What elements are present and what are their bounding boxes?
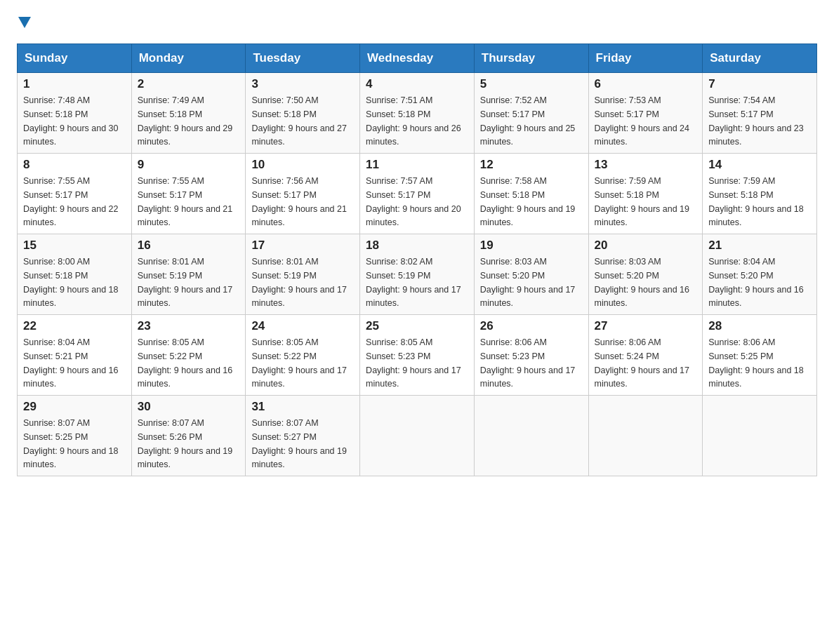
day-number: 19 xyxy=(480,239,583,253)
day-info: Sunrise: 7:49 AMSunset: 5:18 PMDaylight:… xyxy=(138,95,233,147)
weekday-header-sunday: Sunday xyxy=(18,44,132,73)
day-number: 11 xyxy=(366,158,468,172)
day-info: Sunrise: 7:52 AMSunset: 5:17 PMDaylight:… xyxy=(480,95,576,147)
day-info: Sunrise: 7:50 AMSunset: 5:18 PMDaylight:… xyxy=(251,95,347,147)
day-info: Sunrise: 7:55 AMSunset: 5:17 PMDaylight:… xyxy=(23,176,119,227)
calendar-cell: 9 Sunrise: 7:55 AMSunset: 5:17 PMDayligh… xyxy=(131,154,246,234)
calendar-cell: 7 Sunrise: 7:54 AMSunset: 5:17 PMDayligh… xyxy=(703,73,817,154)
day-number: 10 xyxy=(251,158,354,172)
day-number: 26 xyxy=(480,319,583,333)
calendar-cell: 4 Sunrise: 7:51 AMSunset: 5:18 PMDayligh… xyxy=(360,73,475,154)
day-info: Sunrise: 8:05 AMSunset: 5:22 PMDaylight:… xyxy=(138,337,233,389)
calendar-cell: 19 Sunrise: 8:03 AMSunset: 5:20 PMDaylig… xyxy=(474,234,588,315)
calendar-cell: 3 Sunrise: 7:50 AMSunset: 5:18 PMDayligh… xyxy=(246,73,360,154)
day-number: 16 xyxy=(138,239,240,253)
calendar-cell: 11 Sunrise: 7:57 AMSunset: 5:17 PMDaylig… xyxy=(360,154,475,234)
day-info: Sunrise: 8:01 AMSunset: 5:19 PMDaylight:… xyxy=(138,257,233,308)
weekday-header-saturday: Saturday xyxy=(703,44,817,73)
day-info: Sunrise: 8:03 AMSunset: 5:20 PMDaylight:… xyxy=(480,257,576,308)
day-info: Sunrise: 8:06 AMSunset: 5:24 PMDaylight:… xyxy=(595,337,690,389)
calendar-table: SundayMondayTuesdayWednesdayThursdayFrid… xyxy=(17,43,817,476)
day-number: 5 xyxy=(480,77,583,91)
calendar-cell: 20 Sunrise: 8:03 AMSunset: 5:20 PMDaylig… xyxy=(588,234,703,315)
day-info: Sunrise: 8:07 AMSunset: 5:27 PMDaylight:… xyxy=(251,418,347,469)
calendar-cell: 12 Sunrise: 7:58 AMSunset: 5:18 PMDaylig… xyxy=(474,154,588,234)
day-info: Sunrise: 8:07 AMSunset: 5:26 PMDaylight:… xyxy=(138,418,233,469)
day-info: Sunrise: 8:06 AMSunset: 5:25 PMDaylight:… xyxy=(708,337,804,389)
day-number: 23 xyxy=(138,319,240,333)
day-number: 24 xyxy=(251,319,354,333)
day-info: Sunrise: 7:59 AMSunset: 5:18 PMDaylight:… xyxy=(595,176,690,227)
day-number: 7 xyxy=(708,77,811,91)
day-info: Sunrise: 7:57 AMSunset: 5:17 PMDaylight:… xyxy=(366,176,461,227)
day-info: Sunrise: 8:01 AMSunset: 5:19 PMDaylight:… xyxy=(251,257,347,308)
day-info: Sunrise: 8:03 AMSunset: 5:20 PMDaylight:… xyxy=(595,257,690,308)
day-info: Sunrise: 7:58 AMSunset: 5:18 PMDaylight:… xyxy=(480,176,576,227)
calendar-cell: 25 Sunrise: 8:05 AMSunset: 5:23 PMDaylig… xyxy=(360,315,475,396)
calendar-cell: 18 Sunrise: 8:02 AMSunset: 5:19 PMDaylig… xyxy=(360,234,475,315)
day-number: 2 xyxy=(138,77,240,91)
weekday-header-friday: Friday xyxy=(588,44,703,73)
calendar-cell: 15 Sunrise: 8:00 AMSunset: 5:18 PMDaylig… xyxy=(18,234,132,315)
day-number: 25 xyxy=(366,319,468,333)
logo-triangle-icon xyxy=(18,17,31,28)
calendar-cell: 10 Sunrise: 7:56 AMSunset: 5:17 PMDaylig… xyxy=(246,154,360,234)
calendar-cell: 2 Sunrise: 7:49 AMSunset: 5:18 PMDayligh… xyxy=(131,73,246,154)
day-number: 17 xyxy=(251,239,354,253)
week-row-4: 22 Sunrise: 8:04 AMSunset: 5:21 PMDaylig… xyxy=(18,315,817,396)
day-info: Sunrise: 8:05 AMSunset: 5:23 PMDaylight:… xyxy=(366,337,461,389)
calendar-cell: 8 Sunrise: 7:55 AMSunset: 5:17 PMDayligh… xyxy=(18,154,132,234)
day-info: Sunrise: 7:54 AMSunset: 5:17 PMDaylight:… xyxy=(708,95,804,147)
day-number: 28 xyxy=(708,319,811,333)
day-number: 31 xyxy=(251,400,354,414)
day-number: 18 xyxy=(366,239,468,253)
calendar-cell: 1 Sunrise: 7:48 AMSunset: 5:18 PMDayligh… xyxy=(18,73,132,154)
weekday-header-tuesday: Tuesday xyxy=(246,44,360,73)
weekday-header-thursday: Thursday xyxy=(474,44,588,73)
day-number: 27 xyxy=(595,319,697,333)
calendar-cell: 17 Sunrise: 8:01 AMSunset: 5:19 PMDaylig… xyxy=(246,234,360,315)
day-number: 3 xyxy=(251,77,354,91)
calendar-cell: 13 Sunrise: 7:59 AMSunset: 5:18 PMDaylig… xyxy=(588,154,703,234)
calendar-cell: 23 Sunrise: 8:05 AMSunset: 5:22 PMDaylig… xyxy=(131,315,246,396)
calendar-cell: 24 Sunrise: 8:05 AMSunset: 5:22 PMDaylig… xyxy=(246,315,360,396)
calendar-cell: 30 Sunrise: 8:07 AMSunset: 5:26 PMDaylig… xyxy=(131,396,246,476)
day-number: 14 xyxy=(708,158,811,172)
day-number: 6 xyxy=(595,77,697,91)
day-info: Sunrise: 8:00 AMSunset: 5:18 PMDaylight:… xyxy=(23,257,119,308)
day-info: Sunrise: 8:04 AMSunset: 5:20 PMDaylight:… xyxy=(708,257,804,308)
week-row-3: 15 Sunrise: 8:00 AMSunset: 5:18 PMDaylig… xyxy=(18,234,817,315)
calendar-cell: 21 Sunrise: 8:04 AMSunset: 5:20 PMDaylig… xyxy=(703,234,817,315)
calendar-cell: 14 Sunrise: 7:59 AMSunset: 5:18 PMDaylig… xyxy=(703,154,817,234)
calendar-cell xyxy=(360,396,475,476)
day-info: Sunrise: 8:04 AMSunset: 5:21 PMDaylight:… xyxy=(23,337,119,389)
weekday-header-wednesday: Wednesday xyxy=(360,44,475,73)
day-number: 13 xyxy=(595,158,697,172)
day-number: 20 xyxy=(595,239,697,253)
weekday-header-row: SundayMondayTuesdayWednesdayThursdayFrid… xyxy=(18,44,817,73)
calendar-cell xyxy=(588,396,703,476)
day-number: 9 xyxy=(138,158,240,172)
day-info: Sunrise: 7:48 AMSunset: 5:18 PMDaylight:… xyxy=(23,95,119,147)
calendar-cell: 27 Sunrise: 8:06 AMSunset: 5:24 PMDaylig… xyxy=(588,315,703,396)
logo xyxy=(17,17,31,31)
week-row-2: 8 Sunrise: 7:55 AMSunset: 5:17 PMDayligh… xyxy=(18,154,817,234)
calendar-cell: 5 Sunrise: 7:52 AMSunset: 5:17 PMDayligh… xyxy=(474,73,588,154)
calendar-cell: 6 Sunrise: 7:53 AMSunset: 5:17 PMDayligh… xyxy=(588,73,703,154)
calendar-cell xyxy=(474,396,588,476)
day-number: 30 xyxy=(138,400,240,414)
day-info: Sunrise: 7:56 AMSunset: 5:17 PMDaylight:… xyxy=(251,176,347,227)
calendar-cell: 26 Sunrise: 8:06 AMSunset: 5:23 PMDaylig… xyxy=(474,315,588,396)
calendar-cell: 16 Sunrise: 8:01 AMSunset: 5:19 PMDaylig… xyxy=(131,234,246,315)
calendar-cell: 29 Sunrise: 8:07 AMSunset: 5:25 PMDaylig… xyxy=(18,396,132,476)
day-info: Sunrise: 8:05 AMSunset: 5:22 PMDaylight:… xyxy=(251,337,347,389)
day-number: 1 xyxy=(23,77,126,91)
day-number: 22 xyxy=(23,319,126,333)
day-info: Sunrise: 7:59 AMSunset: 5:18 PMDaylight:… xyxy=(708,176,804,227)
day-number: 21 xyxy=(708,239,811,253)
day-info: Sunrise: 7:51 AMSunset: 5:18 PMDaylight:… xyxy=(366,95,461,147)
day-info: Sunrise: 8:02 AMSunset: 5:19 PMDaylight:… xyxy=(366,257,461,308)
week-row-1: 1 Sunrise: 7:48 AMSunset: 5:18 PMDayligh… xyxy=(18,73,817,154)
calendar-cell: 28 Sunrise: 8:06 AMSunset: 5:25 PMDaylig… xyxy=(703,315,817,396)
header xyxy=(17,17,817,31)
